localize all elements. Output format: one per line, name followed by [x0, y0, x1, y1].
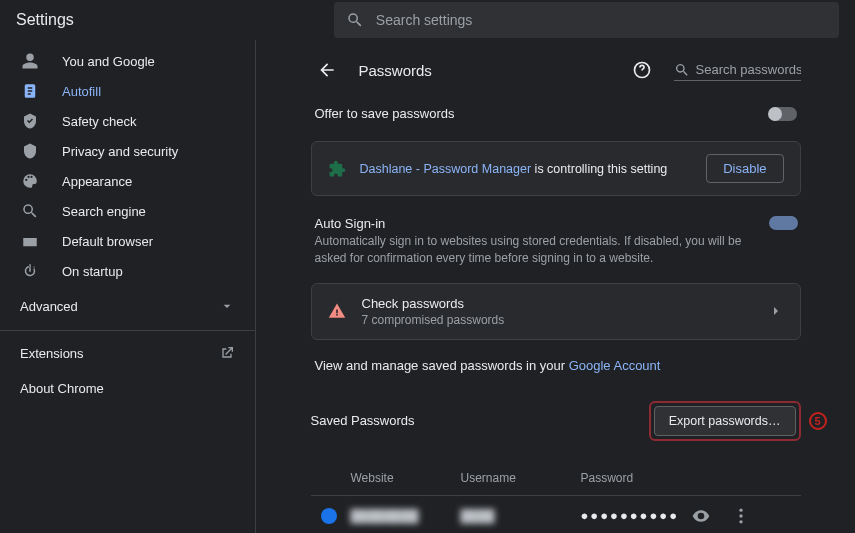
username-cell: ████ [461, 509, 581, 523]
sidebar-about-chrome[interactable]: About Chrome [0, 371, 255, 406]
shield-icon [20, 141, 40, 161]
svg-point-2 [739, 514, 742, 517]
auto-signin-row: Auto Sign-in Automatically sign in to we… [311, 208, 801, 283]
sidebar-extensions[interactable]: Extensions [0, 335, 255, 371]
sidebar-item-safety-check[interactable]: Safety check [0, 106, 255, 136]
about-label: About Chrome [20, 381, 104, 396]
controller-name[interactable]: Dashlane - Password Manager [360, 162, 532, 176]
open-external-icon [219, 345, 235, 361]
sidebar-item-search-engine[interactable]: Search engine [0, 196, 255, 226]
auto-signin-desc: Automatically sign in to websites using … [315, 233, 757, 267]
content: Passwords Offer to save passwords [256, 40, 855, 533]
google-account-link[interactable]: Google Account [569, 358, 661, 373]
offer-save-label: Offer to save passwords [315, 106, 455, 121]
search-settings-box[interactable] [334, 2, 839, 38]
help-icon [632, 60, 652, 80]
controller-card: Dashlane - Password Manager is controlli… [311, 141, 801, 196]
svg-point-1 [739, 508, 742, 511]
more-vertical-icon [731, 506, 751, 526]
col-website: Website [351, 471, 461, 485]
shield-check-icon [20, 111, 40, 131]
eye-icon [691, 506, 711, 526]
topbar: Settings [0, 0, 855, 40]
sidebar-item-label: Autofill [62, 84, 101, 99]
panel-header: Passwords [311, 48, 801, 92]
view-manage-prefix: View and manage saved passwords in your [315, 358, 569, 373]
sidebar-item-label: Safety check [62, 114, 136, 129]
export-passwords-button[interactable]: Export passwords… [654, 406, 796, 436]
help-button[interactable] [626, 54, 658, 86]
search-settings-input[interactable] [376, 12, 827, 28]
power-icon [20, 261, 40, 281]
offer-save-row: Offer to save passwords [311, 92, 801, 135]
saved-passwords-heading: Saved Passwords [311, 413, 415, 428]
arrow-left-icon [317, 60, 337, 80]
export-highlight: Export passwords… 5 [649, 401, 801, 441]
chevron-right-icon [768, 303, 784, 319]
settings-title: Settings [16, 11, 74, 29]
back-button[interactable] [311, 54, 343, 86]
row-menu-button[interactable] [731, 506, 751, 526]
sidebar-item-on-startup[interactable]: On startup [0, 256, 255, 286]
search-icon [20, 201, 40, 221]
site-cell[interactable]: ████████ [351, 509, 461, 523]
sidebar-item-label: Privacy and security [62, 144, 178, 159]
check-passwords-title: Check passwords [362, 296, 752, 311]
sidebar: You and Google Autofill Safety check Pri… [0, 40, 256, 533]
search-passwords-input[interactable] [696, 62, 801, 77]
search-passwords-box[interactable] [674, 60, 801, 81]
sidebar-item-you-and-google[interactable]: You and Google [0, 46, 255, 76]
disable-button[interactable]: Disable [706, 154, 783, 183]
browser-icon [20, 231, 40, 251]
palette-icon [20, 171, 40, 191]
sidebar-item-autofill[interactable]: Autofill [0, 76, 255, 106]
view-manage-text: View and manage saved passwords in your … [311, 340, 801, 391]
password-table-header: Website Username Password [311, 461, 801, 495]
auto-signin-title: Auto Sign-in [315, 216, 757, 231]
sidebar-advanced[interactable]: Advanced [0, 286, 255, 326]
extension-puzzle-icon [328, 160, 346, 178]
annotation-badge: 5 [809, 412, 827, 430]
password-row: ████████████●●●●●●●●●● [311, 495, 801, 533]
sidebar-item-label: Default browser [62, 234, 153, 249]
sidebar-item-label: Search engine [62, 204, 146, 219]
sidebar-item-label: Appearance [62, 174, 132, 189]
sidebar-item-label: On startup [62, 264, 123, 279]
warning-triangle-icon [328, 302, 346, 320]
search-icon [346, 11, 364, 29]
person-icon [20, 51, 40, 71]
show-password-button[interactable] [691, 506, 711, 526]
page-title: Passwords [359, 62, 610, 79]
controller-text: Dashlane - Password Manager is controlli… [360, 162, 693, 176]
password-cell: ●●●●●●●●●● [581, 508, 691, 523]
col-password: Password [581, 471, 691, 485]
site-favicon [321, 508, 337, 524]
check-passwords-card[interactable]: Check passwords 7 compromised passwords [311, 283, 801, 340]
sidebar-item-privacy[interactable]: Privacy and security [0, 136, 255, 166]
autofill-icon [20, 81, 40, 101]
sidebar-item-appearance[interactable]: Appearance [0, 166, 255, 196]
extensions-label: Extensions [20, 346, 84, 361]
svg-point-3 [739, 520, 742, 523]
auto-signin-toggle[interactable] [769, 216, 797, 230]
saved-passwords-header: Saved Passwords Export passwords… 5 [311, 391, 801, 461]
search-icon [674, 62, 690, 78]
sidebar-item-default-browser[interactable]: Default browser [0, 226, 255, 256]
advanced-label: Advanced [20, 299, 78, 314]
col-username: Username [461, 471, 581, 485]
check-passwords-sub: 7 compromised passwords [362, 313, 752, 327]
sidebar-item-label: You and Google [62, 54, 155, 69]
offer-save-toggle[interactable] [769, 107, 797, 121]
controller-suffix: is controlling this setting [531, 162, 667, 176]
divider [0, 330, 255, 331]
chevron-down-icon [219, 298, 235, 314]
